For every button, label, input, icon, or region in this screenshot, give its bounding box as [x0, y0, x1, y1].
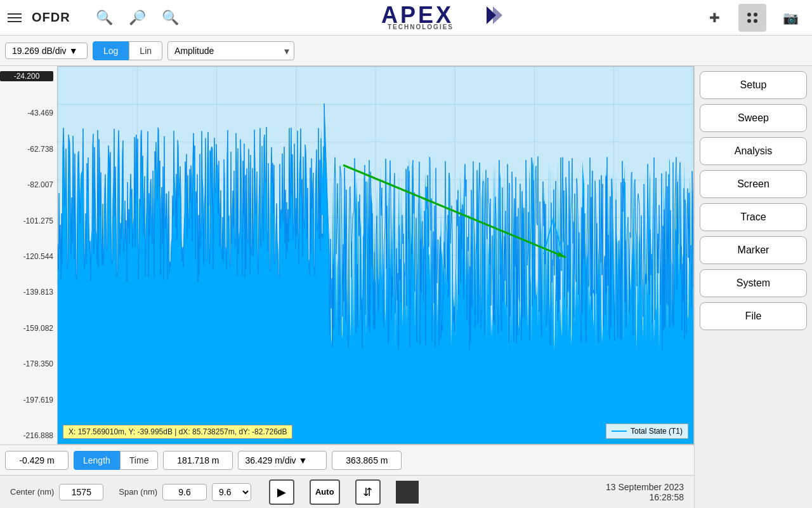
span-nm-group: Span (nm) 9.6 5.0 20.0	[119, 483, 251, 501]
length-time-group: Length Time	[74, 451, 158, 470]
y-label-8: -159.082	[0, 324, 53, 332]
svg-point-7	[754, 19, 757, 23]
db-div-chevron: ▼	[69, 46, 78, 56]
date-label: 13 September 2023	[606, 482, 684, 492]
y-label-5: -101.275	[0, 217, 53, 225]
svg-point-5	[754, 13, 757, 17]
legend-box: Total State (T1)	[606, 424, 688, 439]
range-label: 36.429 m/div	[245, 455, 296, 465]
search-add-icon[interactable]: 🔎	[124, 4, 152, 32]
length-button[interactable]: Length	[74, 451, 120, 470]
time-button[interactable]: Time	[120, 451, 159, 470]
chart-canvas[interactable]: X: 157.569010m, Y: -39.995dB | dX: 85.73…	[57, 66, 694, 444]
center-nm-label: Center (nm)	[10, 487, 54, 497]
range-button[interactable]: 36.429 m/div ▼	[238, 451, 327, 470]
svg-text:TECHNOLOGIES: TECHNOLOGIES	[388, 23, 454, 29]
controls-row: 19.269 dB/div ▼ Log Lin Amplitude Phase …	[0, 36, 812, 66]
camera-icon[interactable]: 📷	[776, 4, 804, 32]
datetime-display: 13 September 2023 16:28:58	[606, 482, 684, 502]
y-label-2: -43.469	[0, 109, 53, 117]
chart-wrapper: -24.200 -43.469 -62.738 -82.007 -101.275…	[0, 66, 694, 508]
time-label: 16:28:58	[606, 492, 684, 502]
center-display: 181.718 m	[163, 451, 233, 470]
y-label-top: -24.200	[0, 71, 53, 81]
logo-area: APEX TECHNOLOGIES	[195, 1, 690, 34]
span-nm-input[interactable]	[162, 484, 207, 500]
y-label-10: -197.619	[0, 396, 53, 404]
y-axis: -24.200 -43.469 -62.738 -82.007 -101.275…	[0, 66, 57, 444]
play-button[interactable]: ▶	[269, 479, 294, 505]
legend-line	[612, 431, 627, 432]
amplitude-wrapper: Amplitude Phase Group Delay	[167, 41, 294, 60]
file-button[interactable]: File	[700, 302, 807, 330]
log-button[interactable]: Log	[93, 41, 129, 60]
y-label-7: -139.813	[0, 288, 53, 296]
center-nm-group: Center (nm)	[10, 484, 103, 500]
auto-button[interactable]: Auto	[310, 479, 340, 505]
svg-marker-3	[493, 6, 502, 24]
top-icons: 🔍 🔎 🔍	[91, 4, 185, 32]
chart-area: -24.200 -43.469 -62.738 -82.007 -101.275…	[0, 66, 694, 444]
system-button[interactable]: System	[700, 269, 807, 297]
move-icon[interactable]: ✚	[700, 4, 728, 32]
y-label-3: -62.738	[0, 145, 53, 153]
screen-button[interactable]: Screen	[700, 170, 807, 198]
end-display: 363.865 m	[332, 451, 402, 470]
trace-button[interactable]: Trace	[700, 203, 807, 231]
top-bar: OFDR 🔍 🔎 🔍 APEX TECHNOLOGIES ✚	[0, 0, 812, 36]
svg-point-6	[747, 19, 751, 23]
bottom-controls: -0.429 m Length Time 181.718 m 36.429 m/…	[0, 444, 694, 475]
position-display: -0.429 m	[5, 451, 69, 470]
swap-button[interactable]: ⇵	[355, 479, 381, 505]
setup-button[interactable]: Setup	[700, 71, 807, 99]
y-label-4: -82.007	[0, 181, 53, 189]
y-label-bottom: -216.888	[0, 432, 53, 439]
app-title: OFDR	[32, 10, 70, 25]
center-nm-input[interactable]	[59, 484, 103, 500]
stop-button[interactable]	[396, 481, 419, 504]
marker-button[interactable]: Marker	[700, 236, 807, 264]
svg-point-4	[747, 13, 751, 17]
range-chevron: ▼	[299, 455, 308, 465]
y-label-9: -178.350	[0, 360, 53, 368]
search-icon[interactable]: 🔍	[91, 4, 119, 32]
span-nm-dropdown[interactable]: 9.6 5.0 20.0	[212, 483, 251, 501]
dots-icon[interactable]	[738, 4, 766, 32]
lin-button[interactable]: Lin	[129, 41, 162, 60]
logo-brand: APEX TECHNOLOGIES	[379, 1, 506, 34]
db-div-button[interactable]: 19.269 dB/div ▼	[5, 43, 88, 59]
search-remove-icon[interactable]: 🔍	[157, 4, 185, 32]
annotation-box: X: 157.569010m, Y: -39.995dB | dX: 85.73…	[63, 425, 292, 439]
db-div-label: 19.269 dB/div	[12, 46, 67, 56]
legend-label: Total State (T1)	[631, 427, 683, 436]
sweep-button[interactable]: Sweep	[700, 104, 807, 132]
footer-center-controls: ▶ Auto ⇵	[266, 479, 421, 505]
amplitude-select[interactable]: Amplitude Phase Group Delay	[167, 41, 294, 60]
analysis-button[interactable]: Analysis	[700, 137, 807, 165]
footer-row: Center (nm) Span (nm) 9.6 5.0 20.0 ▶ Aut…	[0, 475, 694, 508]
menu-icon[interactable]	[8, 13, 22, 22]
span-nm-label: Span (nm)	[119, 487, 157, 497]
waveform-canvas	[58, 67, 693, 444]
y-label-6: -120.544	[0, 253, 53, 260]
right-panel: Setup Sweep Analysis Screen Trace Marker…	[694, 66, 812, 508]
log-lin-group: Log Lin	[93, 41, 162, 60]
main-content: -24.200 -43.469 -62.738 -82.007 -101.275…	[0, 66, 812, 508]
